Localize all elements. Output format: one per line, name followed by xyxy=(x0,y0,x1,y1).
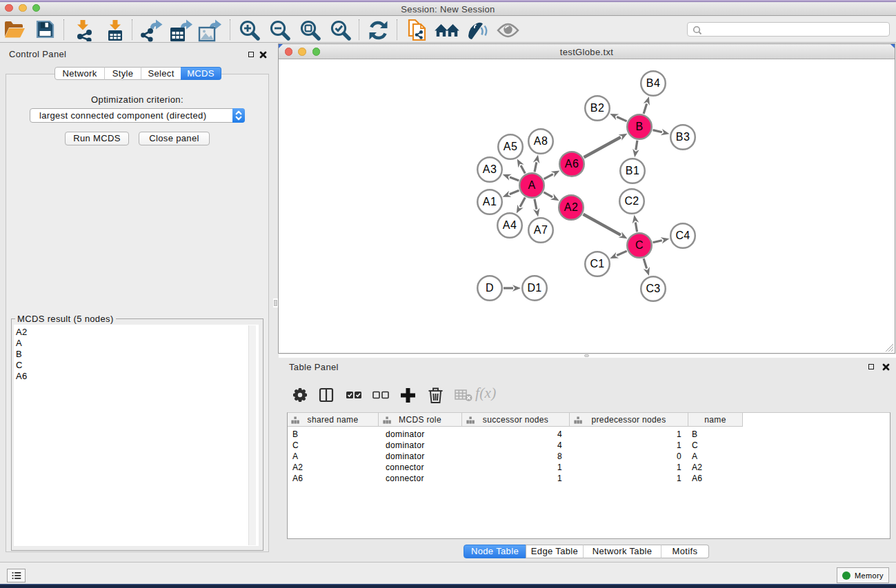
svg-text:A7: A7 xyxy=(534,224,548,236)
svg-text:A2: A2 xyxy=(564,201,578,213)
svg-text:B4: B4 xyxy=(646,77,660,89)
svg-text:B1: B1 xyxy=(626,165,639,176)
svg-text:D1: D1 xyxy=(527,282,541,294)
svg-text:C3: C3 xyxy=(646,283,660,294)
svg-text:C4: C4 xyxy=(675,230,690,241)
svg-text:B3: B3 xyxy=(676,131,690,143)
svg-text:B2: B2 xyxy=(590,102,604,114)
svg-text:A6: A6 xyxy=(565,158,579,170)
svg-text:A4: A4 xyxy=(503,219,517,231)
svg-text:A3: A3 xyxy=(483,163,497,175)
svg-text:C2: C2 xyxy=(624,195,639,207)
svg-text:B: B xyxy=(635,121,643,132)
svg-text:A: A xyxy=(528,179,535,191)
svg-text:C1: C1 xyxy=(590,258,604,270)
svg-text:A1: A1 xyxy=(483,196,497,207)
svg-text:A8: A8 xyxy=(534,135,548,147)
svg-text:A5: A5 xyxy=(504,141,517,152)
svg-text:D: D xyxy=(486,282,494,294)
svg-text:C: C xyxy=(635,239,644,251)
